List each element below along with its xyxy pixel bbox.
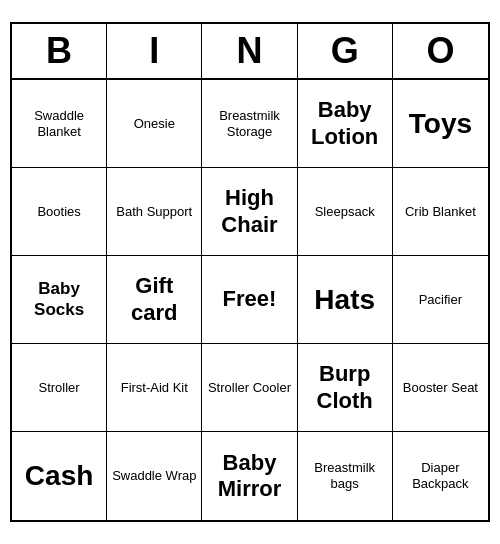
bingo-cell-7[interactable]: High Chair: [202, 168, 297, 256]
bingo-cell-22[interactable]: Baby Mirror: [202, 432, 297, 520]
bingo-cell-6[interactable]: Bath Support: [107, 168, 202, 256]
bingo-cell-3[interactable]: Baby Lotion: [298, 80, 393, 168]
header-o: O: [393, 24, 488, 78]
header-i: I: [107, 24, 202, 78]
bingo-cell-4[interactable]: Toys: [393, 80, 488, 168]
bingo-cell-9[interactable]: Crib Blanket: [393, 168, 488, 256]
bingo-cell-10[interactable]: Baby Socks: [12, 256, 107, 344]
bingo-cell-14[interactable]: Pacifier: [393, 256, 488, 344]
header-g: G: [298, 24, 393, 78]
bingo-header: B I N G O: [12, 24, 488, 80]
bingo-cell-23[interactable]: Breastmilk bags: [298, 432, 393, 520]
header-n: N: [202, 24, 297, 78]
bingo-cell-5[interactable]: Booties: [12, 168, 107, 256]
header-b: B: [12, 24, 107, 78]
bingo-cell-17[interactable]: Stroller Cooler: [202, 344, 297, 432]
bingo-cell-24[interactable]: Diaper Backpack: [393, 432, 488, 520]
bingo-cell-11[interactable]: Gift card: [107, 256, 202, 344]
bingo-cell-1[interactable]: Onesie: [107, 80, 202, 168]
bingo-cell-15[interactable]: Stroller: [12, 344, 107, 432]
bingo-cell-0[interactable]: Swaddle Blanket: [12, 80, 107, 168]
bingo-cell-18[interactable]: Burp Cloth: [298, 344, 393, 432]
bingo-cell-8[interactable]: Sleepsack: [298, 168, 393, 256]
bingo-cell-13[interactable]: Hats: [298, 256, 393, 344]
bingo-cell-20[interactable]: Cash: [12, 432, 107, 520]
bingo-card: B I N G O Swaddle BlanketOnesieBreastmil…: [10, 22, 490, 522]
bingo-cell-21[interactable]: Swaddle Wrap: [107, 432, 202, 520]
bingo-cell-19[interactable]: Booster Seat: [393, 344, 488, 432]
bingo-cell-2[interactable]: Breastmilk Storage: [202, 80, 297, 168]
bingo-cell-16[interactable]: First-Aid Kit: [107, 344, 202, 432]
bingo-grid: Swaddle BlanketOnesieBreastmilk StorageB…: [12, 80, 488, 520]
bingo-cell-12[interactable]: Free!: [202, 256, 297, 344]
